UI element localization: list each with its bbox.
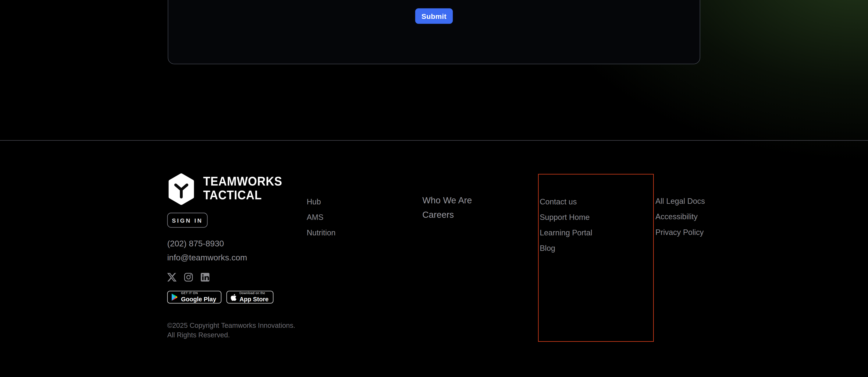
footer-link-contact-us[interactable]: Contact us — [540, 198, 592, 206]
footer-link-accessibility[interactable]: Accessibility — [655, 213, 705, 221]
phone-link[interactable]: (202) 875-8930 — [167, 239, 224, 248]
footer-link-who-we-are[interactable]: Who We Are — [422, 196, 472, 205]
copyright: ©2025 Copyright Teamworks Innovations. A… — [167, 321, 295, 340]
footer-link-support-home[interactable]: Support Home — [540, 214, 592, 221]
copyright-line-2: All Rights Reserved. — [167, 330, 295, 340]
form-card: Submit — [167, 0, 700, 64]
app-store-tagline: Download on the — [240, 292, 269, 295]
footer-column-products: Hub AMS Nutrition — [307, 198, 336, 245]
footer-link-nutrition[interactable]: Nutrition — [307, 229, 336, 237]
google-play-badge[interactable]: GET IT ON Google Play — [167, 291, 221, 303]
brand-line-1: TEAMWORKS — [203, 175, 282, 188]
google-play-tagline: GET IT ON — [181, 292, 216, 295]
footer-column-company: Who We Are Careers — [422, 196, 472, 225]
brand-line-2: TACTICAL — [203, 188, 282, 202]
apple-icon — [230, 293, 237, 301]
teamworks-logo-icon[interactable] — [167, 173, 195, 205]
footer-link-hub[interactable]: Hub — [307, 198, 336, 206]
app-store-badge[interactable]: Download on the App Store — [226, 291, 274, 303]
social-links — [167, 272, 210, 282]
instagram-icon[interactable] — [184, 272, 193, 282]
linkedin-icon[interactable] — [200, 272, 210, 282]
footer-link-learning-portal[interactable]: Learning Portal — [540, 229, 592, 237]
footer-divider — [0, 140, 868, 141]
footer-column-support: Contact us Support Home Learning Portal … — [540, 198, 592, 260]
copyright-line-1: ©2025 Copyright Teamworks Innovations. — [167, 321, 295, 330]
footer-link-ams[interactable]: AMS — [307, 214, 336, 221]
brand-wordmark: TEAMWORKS TACTICAL — [203, 175, 282, 202]
footer-link-blog[interactable]: Blog — [540, 245, 592, 252]
google-play-icon — [171, 293, 178, 301]
store-badges: GET IT ON Google Play Download on the Ap… — [167, 291, 274, 303]
submit-button[interactable]: Submit — [415, 8, 453, 24]
google-play-store-name: Google Play — [181, 296, 216, 302]
page: Submit TEAMWORKS TACTICAL SIGN IN (202) … — [0, 0, 868, 377]
footer-link-privacy-policy[interactable]: Privacy Policy — [655, 229, 705, 236]
app-store-store-name: App Store — [240, 296, 269, 302]
x-twitter-icon[interactable] — [167, 272, 177, 282]
email-link[interactable]: info@teamworks.com — [167, 253, 247, 262]
footer-column-legal: All Legal Docs Accessibility Privacy Pol… — [655, 198, 705, 244]
footer-link-all-legal-docs[interactable]: All Legal Docs — [655, 198, 705, 205]
sign-in-button[interactable]: SIGN IN — [167, 213, 208, 228]
footer-link-careers[interactable]: Careers — [422, 210, 472, 220]
